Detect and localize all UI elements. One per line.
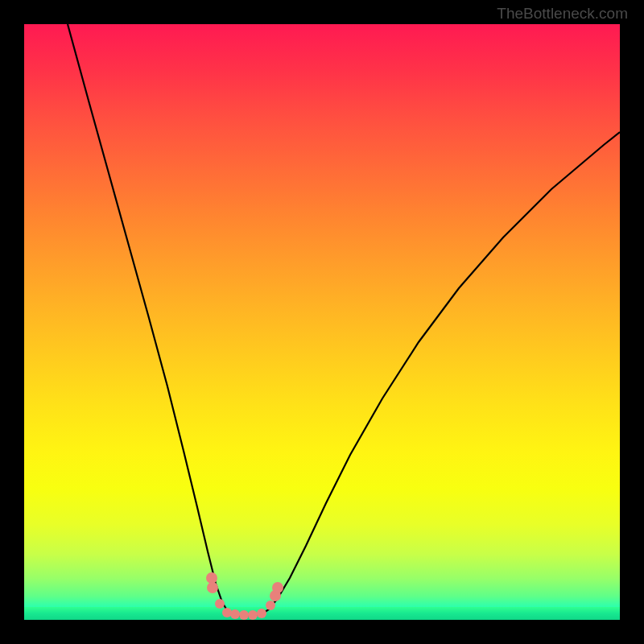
chart-data-point: [257, 609, 266, 618]
chart-data-point: [272, 582, 283, 593]
watermark-text: TheBottleneck.com: [497, 5, 628, 23]
chart-data-point: [266, 601, 275, 610]
chart-dots-container: [24, 24, 620, 620]
chart-data-point: [207, 582, 218, 593]
chart-data-point: [215, 599, 225, 609]
chart-plot-area: [24, 24, 620, 620]
